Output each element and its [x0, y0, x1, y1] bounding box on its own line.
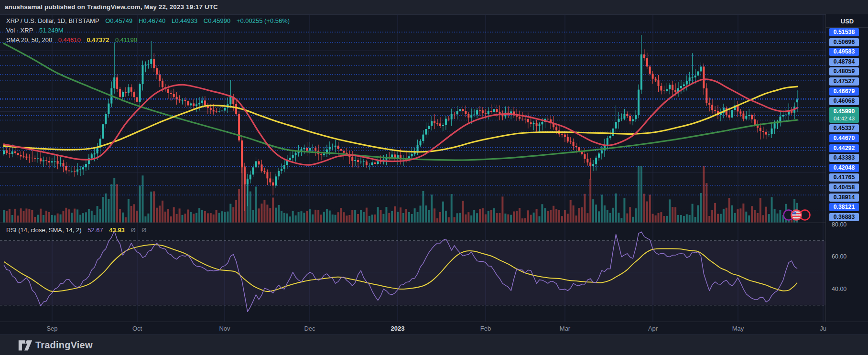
rsi-title[interactable]: RSI (14, close, SMA, 14, 2) [6, 226, 82, 234]
ohlc-open: O0.45749 [105, 17, 132, 24]
price-level-label[interactable]: 0.49583 [829, 48, 859, 56]
ohlc-low: L0.44933 [172, 17, 197, 24]
byline-bar: anushsamal published on TradingView.com,… [0, 0, 868, 15]
price-level-label[interactable]: 0.51538 [829, 28, 859, 36]
bar-countdown: 04:42:43 [829, 115, 859, 122]
byline-text: anushsamal published on TradingView.com,… [5, 3, 218, 11]
price-level-label[interactable]: 0.41765 [829, 173, 859, 182]
price-level-label[interactable]: 0.43383 [829, 154, 859, 162]
price-level-label[interactable]: 0.46068 [829, 97, 859, 105]
tradingview-brand[interactable]: TradingView [35, 340, 93, 351]
currency-label: USD [826, 18, 868, 25]
volume-label[interactable]: Vol · XRP [6, 27, 33, 34]
time-axis-label: Oct [132, 325, 142, 332]
time-axis[interactable]: SepOctNovDec2023FebMarAprMayJu [0, 322, 868, 335]
rsi-value: 52.67 [87, 226, 103, 234]
price-level-label[interactable]: 0.38914 [829, 194, 859, 202]
price-level-label[interactable]: 0.50696 [829, 38, 859, 46]
time-axis-label: Dec [304, 325, 315, 332]
price-level-label[interactable]: 0.36883 [829, 213, 859, 221]
rsi-legend-row: RSI (14, close, SMA, 14, 2) 52.67 43.93 … [6, 226, 151, 234]
time-axis-label: 2023 [391, 325, 405, 332]
time-axis-label: Sep [46, 325, 57, 332]
tradingview-published-chart: anushsamal published on TradingView.com,… [0, 0, 868, 355]
price-level-label[interactable]: 0.44292 [829, 144, 859, 152]
time-axis-label: May [732, 325, 744, 332]
sma20-value: 0.44610 [58, 36, 81, 43]
price-chart-svg[interactable] [0, 14, 825, 322]
sma-label[interactable]: SMA 20, 50, 200 [6, 36, 52, 43]
volume-value: 51.249M [39, 27, 64, 34]
price-axis[interactable]: USD 0.515380.506960.495830.487840.480590… [825, 14, 868, 334]
time-axis-label: Ju [820, 325, 826, 332]
axis-separator [826, 27, 868, 28]
symbol-flag-icons [784, 210, 810, 220]
rsi-empty-slot: Ø [130, 226, 135, 234]
time-axis-label: Apr [648, 325, 658, 332]
price-level-label[interactable]: 0.45337 [829, 124, 859, 132]
sma200-value: 0.41190 [115, 36, 137, 43]
price-level-label[interactable]: 0.46679 [829, 87, 859, 96]
price-level-label[interactable]: 0.40458 [829, 183, 859, 192]
sma-legend-row: SMA 20, 50, 200 0.44610 0.47372 0.41190 [6, 36, 141, 43]
time-axis-label: Nov [219, 325, 230, 332]
symbol-title[interactable]: XRP / U.S. Dollar, 1D, BITSTAMP [6, 17, 99, 24]
ohlc-high: H0.46740 [139, 17, 165, 24]
footer-bar: TradingView [0, 334, 868, 355]
price-level-label[interactable]: 0.48784 [829, 58, 859, 66]
rsi-empty-slot: Ø [141, 226, 146, 234]
time-axis-label: Mar [560, 325, 570, 332]
rsi-ma-value: 43.93 [109, 226, 125, 234]
rsi-axis-label: 80.00 [832, 221, 846, 228]
tradingview-logo-icon[interactable] [18, 339, 33, 352]
sma200-line [4, 43, 797, 160]
ohlc-close: C0.45990 [204, 17, 230, 24]
price-level-label[interactable]: 0.42048 [829, 164, 859, 172]
rsi-axis-label: 60.00 [832, 253, 846, 260]
time-axis-label: Feb [480, 325, 491, 332]
volume-legend-row: Vol · XRP 51.249M [6, 27, 68, 34]
candlestick-series [3, 35, 798, 211]
current-price-label[interactable]: 0.4599004:42:43 [829, 107, 859, 123]
price-level-label[interactable]: 0.38121 [829, 203, 859, 211]
sma50-value: 0.47372 [87, 36, 109, 43]
volume-bars [3, 166, 798, 223]
price-level-label[interactable]: 0.44670 [829, 134, 859, 142]
price-level-label[interactable]: 0.48059 [829, 67, 859, 75]
symbol-legend-row: XRP / U.S. Dollar, 1D, BITSTAMP O0.45749… [6, 17, 294, 24]
rsi-axis-label: 40.00 [832, 286, 846, 292]
change-value: +0.00255 (+0.56%) [237, 17, 290, 24]
price-level-label[interactable]: 0.47527 [829, 77, 859, 86]
